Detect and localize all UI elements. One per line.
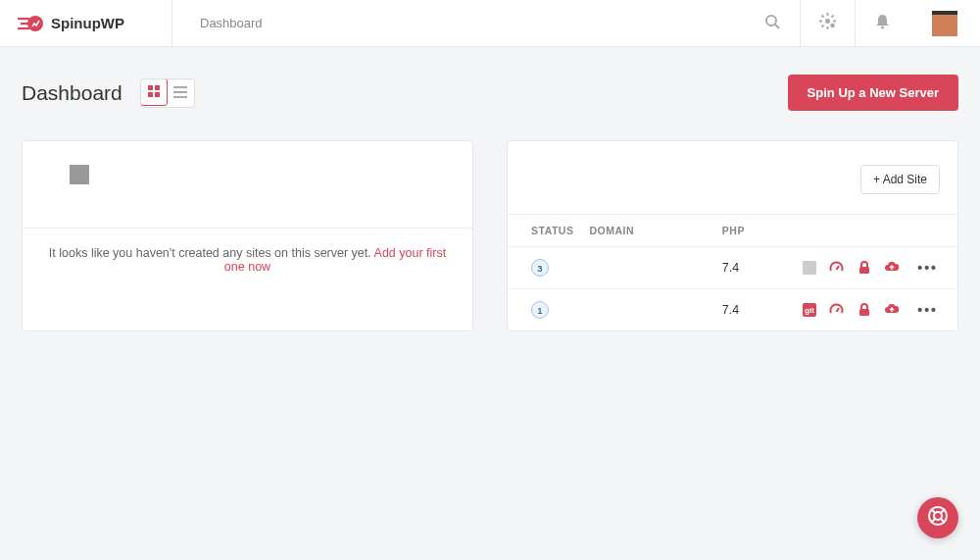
svg-line-11 <box>822 16 824 18</box>
more-actions-button[interactable]: ••• <box>917 302 938 318</box>
domain-cell <box>581 247 713 289</box>
search-icon <box>764 14 780 33</box>
php-cell: 7.4 <box>714 247 783 289</box>
settings-button[interactable] <box>800 0 855 46</box>
spinupwp-logo-icon <box>18 13 43 34</box>
server-card-empty: It looks like you haven't created any si… <box>22 140 473 331</box>
spin-up-server-button[interactable]: Spin Up a New Server <box>788 75 958 111</box>
svg-line-14 <box>832 16 834 18</box>
svg-rect-2 <box>21 23 29 25</box>
svg-line-37 <box>941 509 945 513</box>
svg-text:git: git <box>805 306 814 315</box>
actions-cell: git ••• <box>783 247 957 289</box>
svg-line-13 <box>822 25 824 27</box>
server-card: + Add Site STATUS DOMAIN PHP 3 7.4 git •… <box>507 140 958 331</box>
server-thumbnail <box>70 165 89 184</box>
lifebuoy-icon <box>927 505 949 531</box>
svg-line-5 <box>775 25 779 28</box>
svg-rect-17 <box>148 85 153 90</box>
table-row[interactable]: 1 7.4 git ••• <box>508 289 957 331</box>
table-header-row: STATUS DOMAIN PHP <box>508 215 957 247</box>
bell-icon <box>875 14 890 33</box>
cache-icon[interactable] <box>828 259 846 277</box>
server-card-header: + Add Site <box>508 141 957 214</box>
git-icon[interactable]: git <box>801 301 818 319</box>
svg-line-35 <box>941 519 945 523</box>
list-view-button[interactable] <box>167 79 194 107</box>
domain-cell <box>581 289 713 331</box>
lock-icon[interactable] <box>856 301 873 319</box>
topbar: SpinupWP Dashboard <box>0 0 980 47</box>
svg-point-15 <box>830 24 835 28</box>
svg-line-26 <box>837 266 840 270</box>
col-status: STATUS <box>508 215 581 247</box>
search-button[interactable] <box>745 0 800 46</box>
svg-line-34 <box>931 509 935 513</box>
gear-icon <box>819 13 836 33</box>
status-badge: 1 <box>531 301 549 319</box>
cache-icon[interactable] <box>828 301 846 319</box>
topbar-right <box>745 0 980 46</box>
grid-view-button[interactable] <box>140 78 168 106</box>
table-row[interactable]: 3 7.4 git ••• <box>508 247 957 289</box>
help-button[interactable] <box>917 497 958 538</box>
user-menu[interactable] <box>909 0 980 46</box>
col-php: PHP <box>714 215 783 247</box>
empty-state-text: It looks like you haven't created any si… <box>49 246 374 260</box>
grid-icon <box>148 83 160 101</box>
svg-point-33 <box>934 512 942 520</box>
more-actions-button[interactable]: ••• <box>917 260 938 276</box>
git-icon[interactable]: git <box>801 259 818 277</box>
empty-state-message: It looks like you haven't created any si… <box>23 228 472 291</box>
page-header: Dashboard Spin Up a New Server <box>0 47 980 111</box>
svg-point-6 <box>825 19 830 24</box>
svg-rect-3 <box>18 27 29 29</box>
svg-line-36 <box>931 519 935 523</box>
add-site-button[interactable]: + Add Site <box>860 165 940 194</box>
svg-point-16 <box>881 25 884 28</box>
lock-icon[interactable] <box>856 259 873 277</box>
actions-cell: git ••• <box>783 289 957 331</box>
page-title: Dashboard <box>22 81 122 105</box>
server-card-header <box>23 141 472 228</box>
svg-rect-31 <box>859 309 869 316</box>
svg-rect-18 <box>155 85 160 90</box>
view-toggle <box>140 78 195 108</box>
server-cards: It looks like you haven't created any si… <box>0 111 980 361</box>
avatar <box>932 11 957 36</box>
list-icon <box>173 84 187 102</box>
brand-name: SpinupWP <box>51 15 124 31</box>
sites-table: STATUS DOMAIN PHP 3 7.4 git ••• 1 7.4 gi… <box>508 214 957 331</box>
status-badge: 3 <box>531 259 549 277</box>
svg-rect-27 <box>859 267 869 274</box>
notifications-button[interactable] <box>855 0 909 46</box>
breadcrumb[interactable]: Dashboard <box>172 16 263 30</box>
backup-icon[interactable] <box>883 301 901 319</box>
svg-point-4 <box>766 16 776 25</box>
svg-line-30 <box>837 308 840 312</box>
backup-icon[interactable] <box>883 259 901 277</box>
col-domain: DOMAIN <box>581 215 713 247</box>
svg-rect-1 <box>18 18 29 20</box>
brand-logo[interactable]: SpinupWP <box>0 0 172 46</box>
svg-rect-20 <box>155 92 160 97</box>
svg-text:git: git <box>805 264 814 273</box>
svg-rect-19 <box>148 92 153 97</box>
col-actions <box>783 215 957 247</box>
php-cell: 7.4 <box>714 289 783 331</box>
